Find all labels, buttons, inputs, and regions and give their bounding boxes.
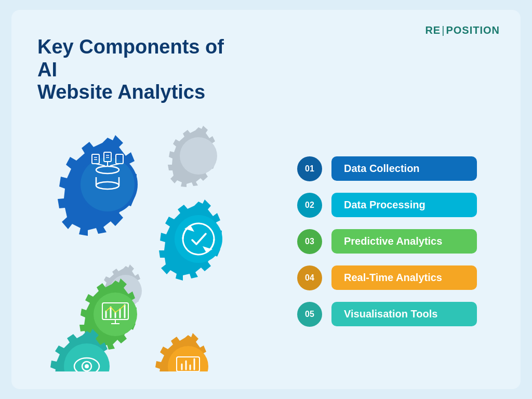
list-item-3: 03 Predictive Analytics xyxy=(297,229,495,254)
svg-point-15 xyxy=(175,215,222,263)
list-item-5: 05 Visualisation Tools xyxy=(297,302,495,327)
logo: RE|POSITION xyxy=(425,24,500,36)
gears-illustration xyxy=(37,117,287,366)
item-number-5: 05 xyxy=(297,302,322,327)
item-label-1: Data Collection xyxy=(331,156,477,181)
title-line2: Website Analytics xyxy=(37,81,205,103)
item-label-4: Real-Time Analytics xyxy=(331,265,477,290)
main-card: RE|POSITION Key Components of AI Website… xyxy=(11,10,521,389)
item-number-2: 02 xyxy=(297,193,322,218)
list-item-4: 04 Real-Time Analytics xyxy=(297,265,495,290)
item-label-3: Predictive Analytics xyxy=(331,229,477,254)
list-item-2: 02 Data Processing xyxy=(297,193,495,218)
svg-point-31 xyxy=(85,364,89,368)
item-number-1: 01 xyxy=(297,156,322,181)
item-label-2: Data Processing xyxy=(331,193,477,217)
items-list: 01 Data Collection 02 Data Processing 03… xyxy=(287,156,495,327)
logo-sep: | xyxy=(442,24,445,36)
page-title: Key Components of AI Website Analytics xyxy=(37,36,235,104)
logo-re: RE xyxy=(425,24,441,36)
item-number-3: 03 xyxy=(297,229,322,254)
title-line1: Key Components of AI xyxy=(37,36,224,81)
list-item-1: 01 Data Collection xyxy=(297,156,495,181)
svg-point-14 xyxy=(180,137,217,175)
logo-position: POSITION xyxy=(446,24,500,36)
item-number-4: 04 xyxy=(297,265,322,290)
content-area: 01 Data Collection 02 Data Processing 03… xyxy=(37,114,495,368)
gears-svg xyxy=(37,117,276,371)
item-label-5: Visualisation Tools xyxy=(331,302,477,326)
